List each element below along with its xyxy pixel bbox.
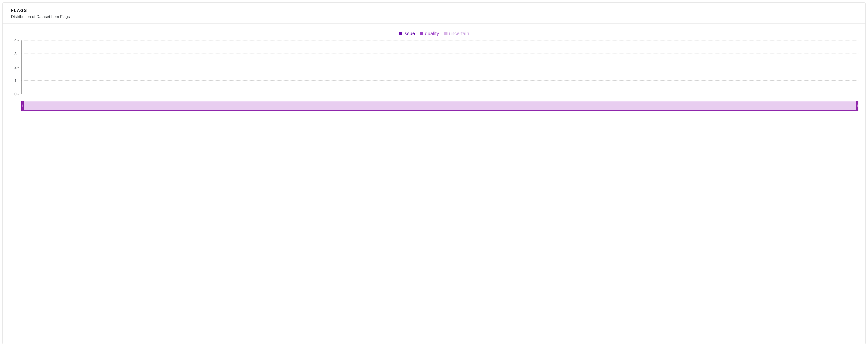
bars-container bbox=[22, 40, 859, 94]
flags-card: FLAGS Distribution of Dataset Item Flags… bbox=[2, 2, 866, 344]
grid-line bbox=[22, 54, 859, 54]
brush-handle-left[interactable]: ══ bbox=[21, 101, 24, 111]
grid-line bbox=[22, 80, 859, 81]
legend-swatch-icon bbox=[399, 32, 402, 35]
plot-wrap: 01234 bbox=[9, 40, 859, 94]
grid-line bbox=[22, 67, 859, 67]
legend-item-quality[interactable]: quality bbox=[420, 31, 439, 36]
chart-area: issue quality uncertain 01234 ══ bbox=[3, 24, 865, 344]
card-title: FLAGS bbox=[11, 8, 857, 13]
legend-item-issue[interactable]: issue bbox=[399, 31, 415, 36]
legend-swatch-icon bbox=[420, 32, 423, 35]
plot[interactable] bbox=[21, 40, 859, 94]
grip-icon: ══ bbox=[857, 105, 858, 107]
y-tick: 1 bbox=[14, 78, 19, 83]
range-brush[interactable]: ══ ══ bbox=[21, 101, 859, 111]
y-tick: 3 bbox=[14, 52, 19, 56]
grid-line bbox=[22, 40, 859, 40]
card-subtitle: Distribution of Dataset Item Flags bbox=[11, 14, 857, 19]
legend-item-uncertain[interactable]: uncertain bbox=[444, 31, 469, 36]
legend-label: issue bbox=[403, 31, 415, 36]
y-tick: 0 bbox=[14, 92, 19, 97]
y-axis: 01234 bbox=[9, 40, 21, 94]
legend-label: quality bbox=[425, 31, 439, 36]
y-tick: 4 bbox=[14, 38, 19, 43]
brush-handle-right[interactable]: ══ bbox=[856, 101, 859, 111]
legend-swatch-icon bbox=[444, 32, 447, 35]
y-tick: 2 bbox=[14, 65, 19, 70]
grip-icon: ══ bbox=[22, 105, 23, 107]
legend-label: uncertain bbox=[449, 31, 469, 36]
card-header: FLAGS Distribution of Dataset Item Flags bbox=[3, 3, 865, 24]
chart-legend: issue quality uncertain bbox=[9, 31, 859, 36]
